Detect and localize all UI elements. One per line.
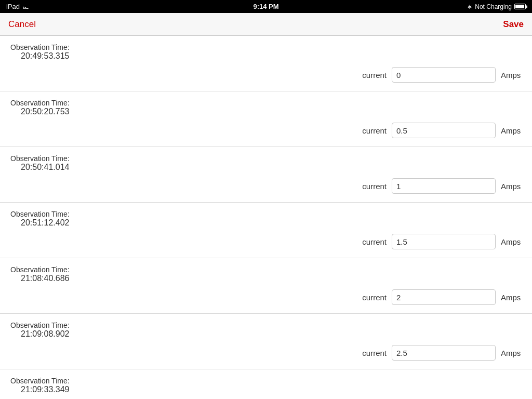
- current-section-5: current Amps: [0, 287, 532, 308]
- current-label-4: current: [362, 237, 387, 246]
- observation-time-value-3: 20:50:41.014: [21, 163, 522, 172]
- bluetooth-icon: ∗: [467, 3, 472, 10]
- battery-status-text: Not Charging: [475, 3, 512, 10]
- observation-time-value-6: 21:09:08.902: [21, 329, 522, 339]
- device-name: iPad: [6, 3, 20, 10]
- current-label-5: current: [362, 293, 387, 302]
- current-label-3: current: [362, 182, 387, 191]
- current-section-6: current Amps: [0, 343, 532, 364]
- current-label-6: current: [362, 349, 387, 357]
- current-input-4[interactable]: [392, 234, 496, 249]
- observation-row-2: Observation Time: 20:50:20.753 current A…: [0, 91, 532, 147]
- current-label-2: current: [362, 126, 387, 135]
- observations-list: Observation Time: 20:49:53.315 current A…: [0, 36, 532, 399]
- observation-label-5: Observation Time:: [10, 265, 522, 274]
- observation-row-1: Observation Time: 20:49:53.315 current A…: [0, 36, 532, 91]
- observation-label-7: Observation Time:: [10, 377, 522, 385]
- observation-label-3: Observation Time:: [10, 154, 522, 163]
- nav-bar: Cancel Save: [0, 13, 532, 36]
- current-unit-5: Amps: [501, 293, 522, 302]
- current-label-1: current: [362, 71, 387, 79]
- status-time: 9:14 PM: [253, 3, 278, 10]
- observation-time-value-4: 20:51:12.402: [21, 218, 522, 228]
- observation-time-value-5: 21:08:40.686: [21, 274, 522, 283]
- current-unit-1: Amps: [501, 71, 522, 79]
- observation-time-value-2: 20:50:20.753: [21, 107, 522, 116]
- cancel-button[interactable]: Cancel: [8, 19, 36, 30]
- observation-label-2: Observation Time:: [10, 99, 522, 107]
- current-input-2[interactable]: [392, 123, 496, 138]
- current-section-4: current Amps: [0, 232, 532, 252]
- observation-time-section-4: Observation Time: 20:51:12.402: [0, 208, 532, 232]
- current-input-5[interactable]: [392, 289, 496, 305]
- current-section-1: current Amps: [0, 65, 532, 86]
- wifi-icon: ⌳: [23, 4, 29, 10]
- current-section-2: current Amps: [0, 121, 532, 141]
- content-area: Observation Time: 20:49:53.315 current A…: [0, 36, 532, 399]
- observation-time-section-3: Observation Time: 20:50:41.014: [0, 152, 532, 176]
- observation-time-section-2: Observation Time: 20:50:20.753: [0, 97, 532, 121]
- observation-label-6: Observation Time:: [10, 321, 522, 329]
- observation-row-7: Observation Time: 21:09:33.349 current A…: [0, 369, 532, 399]
- current-unit-4: Amps: [501, 237, 522, 246]
- observation-row-5: Observation Time: 21:08:40.686 current A…: [0, 258, 532, 314]
- status-left: iPad ⌳: [6, 3, 29, 10]
- observation-row-4: Observation Time: 20:51:12.402 current A…: [0, 203, 532, 258]
- status-bar: iPad ⌳ 9:14 PM ∗ Not Charging: [0, 0, 532, 13]
- current-input-3[interactable]: [392, 178, 496, 194]
- observation-time-section-5: Observation Time: 21:08:40.686: [0, 263, 532, 287]
- current-section-3: current Amps: [0, 176, 532, 197]
- current-input-1[interactable]: [392, 67, 496, 83]
- observation-time-section-6: Observation Time: 21:09:08.902: [0, 319, 532, 343]
- current-unit-3: Amps: [501, 182, 522, 191]
- current-unit-2: Amps: [501, 126, 522, 135]
- status-right: ∗ Not Charging: [467, 3, 526, 10]
- current-input-6[interactable]: [392, 345, 496, 361]
- observation-time-section-7: Observation Time: 21:09:33.349: [0, 375, 532, 398]
- observation-time-value-1: 20:49:53.315: [21, 51, 522, 61]
- observation-label-1: Observation Time:: [10, 43, 522, 51]
- save-button[interactable]: Save: [503, 19, 524, 30]
- observation-row-6: Observation Time: 21:09:08.902 current A…: [0, 314, 532, 369]
- battery-icon: [514, 4, 526, 9]
- observation-row-3: Observation Time: 20:50:41.014 current A…: [0, 147, 532, 203]
- observation-label-4: Observation Time:: [10, 210, 522, 218]
- observation-time-value-7: 21:09:33.349: [21, 385, 522, 394]
- current-unit-6: Amps: [501, 349, 522, 357]
- observation-time-section-1: Observation Time: 20:49:53.315: [0, 41, 532, 65]
